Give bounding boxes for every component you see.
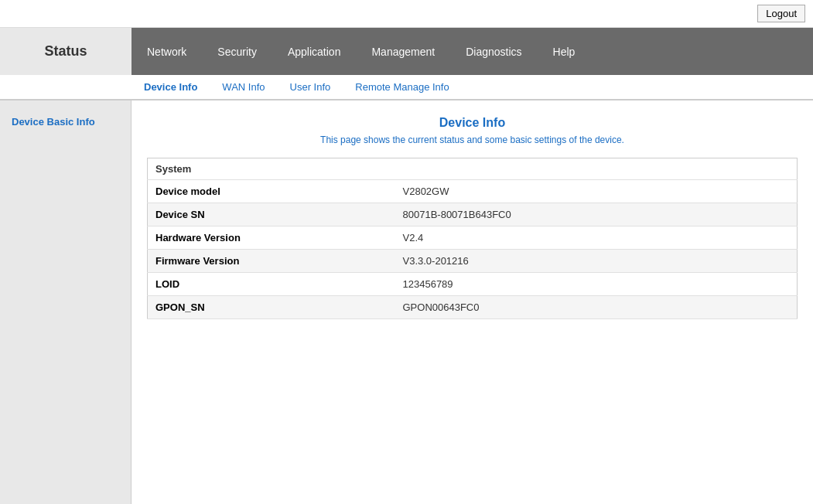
- device-info-table: System Device modelV2802GWDevice SN80071…: [147, 158, 798, 319]
- table-row: LOID123456789: [148, 273, 798, 296]
- main-nav: Status Network Security Application Mana…: [0, 28, 813, 75]
- field-label: GPON_SN: [148, 296, 395, 319]
- sub-nav: Device Info WAN Info User Info Remote Ma…: [0, 75, 813, 100]
- field-label: Device model: [148, 180, 395, 203]
- subnav-wan-info[interactable]: WAN Info: [210, 75, 277, 99]
- field-value: GPON00643FC0: [395, 296, 798, 319]
- top-bar: Logout: [0, 0, 813, 28]
- system-section-header: System: [148, 158, 798, 180]
- field-label: LOID: [148, 273, 395, 296]
- nav-security[interactable]: Security: [202, 29, 272, 75]
- main-content: Device Info This page shows the current …: [132, 100, 813, 504]
- nav-application[interactable]: Application: [272, 29, 357, 75]
- nav-management[interactable]: Management: [356, 29, 450, 75]
- table-row: Device SN80071B-80071B643FC0: [148, 203, 798, 226]
- field-label: Device SN: [148, 203, 395, 226]
- field-value: 123456789: [395, 273, 798, 296]
- nav-diagnostics[interactable]: Diagnostics: [450, 29, 537, 75]
- subnav-user-info[interactable]: User Info: [278, 75, 343, 99]
- page-title: Device Info: [147, 116, 798, 130]
- table-row: Hardware VersionV2.4: [148, 226, 798, 250]
- field-value: V2802GW: [395, 180, 798, 203]
- page-subtitle: This page shows the current status and s…: [147, 135, 798, 145]
- nav-network[interactable]: Network: [132, 29, 202, 75]
- field-label: Hardware Version: [148, 226, 395, 250]
- table-row: Firmware VersionV3.3.0-201216: [148, 250, 798, 273]
- table-row: Device modelV2802GW: [148, 180, 798, 203]
- sidebar-item-device-basic-info[interactable]: Device Basic Info: [0, 112, 131, 131]
- logout-button[interactable]: Logout: [757, 5, 805, 22]
- content-wrapper: Device Basic Info Device Info This page …: [0, 100, 813, 504]
- field-value: V2.4: [395, 226, 798, 250]
- sidebar: Device Basic Info: [0, 100, 132, 504]
- main-nav-links: Network Security Application Management …: [132, 28, 590, 75]
- table-row: GPON_SNGPON00643FC0: [148, 296, 798, 319]
- field-value: V3.3.0-201216: [395, 250, 798, 273]
- subnav-remote-manage-info[interactable]: Remote Manage Info: [343, 75, 461, 99]
- status-label: Status: [0, 28, 132, 75]
- subnav-device-info[interactable]: Device Info: [132, 75, 210, 99]
- field-label: Firmware Version: [148, 250, 395, 273]
- field-value: 80071B-80071B643FC0: [395, 203, 798, 226]
- nav-help[interactable]: Help: [538, 29, 591, 75]
